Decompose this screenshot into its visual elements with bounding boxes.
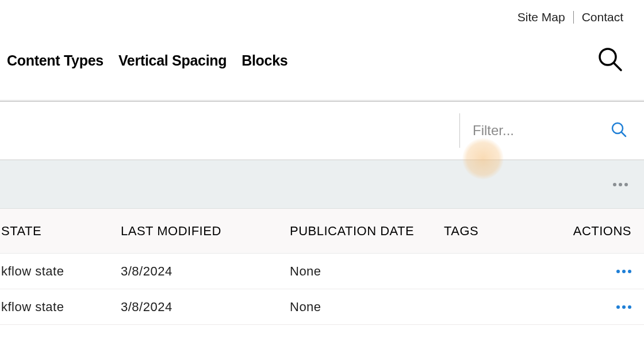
- tab-vertical-spacing[interactable]: Vertical Spacing: [118, 52, 227, 69]
- tab-blocks[interactable]: Blocks: [241, 52, 288, 69]
- search-icon[interactable]: [597, 46, 623, 75]
- table-header-row: STATE LAST MODIFIED PUBLICATION DATE TAG…: [0, 209, 644, 254]
- contact-link[interactable]: Contact: [582, 10, 623, 24]
- cell-actions: [569, 305, 644, 309]
- table-row[interactable]: kflow state 3/8/2024 None: [0, 289, 644, 325]
- col-header-state[interactable]: STATE: [0, 224, 121, 239]
- nav-row: Content Types Vertical Spacing Blocks: [0, 24, 644, 75]
- bulk-actions-bar: [0, 160, 644, 209]
- col-header-last-modified[interactable]: LAST MODIFIED: [121, 224, 290, 239]
- filter-input-wrap: [460, 121, 644, 140]
- row-more-icon[interactable]: [616, 270, 631, 273]
- cell-actions: [569, 270, 644, 273]
- sitemap-link[interactable]: Site Map: [518, 10, 565, 24]
- col-header-publication-date[interactable]: PUBLICATION DATE: [290, 224, 444, 239]
- nav-tabs: Content Types Vertical Spacing Blocks: [7, 52, 288, 69]
- col-header-tags[interactable]: TAGS: [444, 224, 569, 239]
- col-header-actions: ACTIONS: [569, 224, 644, 239]
- filter-search-icon[interactable]: [611, 121, 627, 140]
- utility-bar: Site Map Contact: [0, 0, 644, 24]
- bulk-more-icon[interactable]: [613, 183, 628, 186]
- cell-state: kflow state: [0, 264, 121, 279]
- cell-last-modified: 3/8/2024: [121, 300, 290, 315]
- filter-row: [0, 102, 644, 160]
- filter-input[interactable]: [473, 122, 588, 139]
- cell-state: kflow state: [0, 300, 121, 315]
- svg-line-3: [622, 132, 626, 136]
- cell-publication-date: None: [290, 264, 444, 279]
- cell-publication-date: None: [290, 300, 444, 315]
- tab-content-types[interactable]: Content Types: [7, 52, 103, 69]
- cell-last-modified: 3/8/2024: [121, 264, 290, 279]
- svg-line-1: [614, 63, 621, 70]
- utility-divider: [573, 11, 574, 24]
- row-more-icon[interactable]: [616, 305, 631, 309]
- table-row[interactable]: kflow state 3/8/2024 None: [0, 254, 644, 289]
